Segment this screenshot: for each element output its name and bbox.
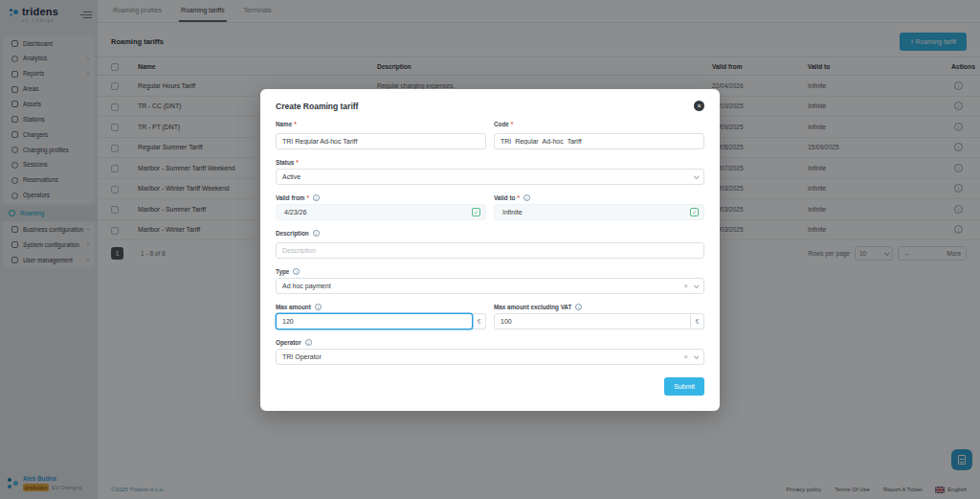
- info-icon[interactable]: i: [293, 268, 300, 275]
- info-icon[interactable]: i: [523, 194, 530, 201]
- create-roaming-tariff-modal: Create Roaming tariff × Name* Code* Stat…: [260, 89, 720, 411]
- modal-title: Create Roaming tariff: [276, 102, 358, 111]
- max-amount-label: Max amount: [276, 304, 311, 310]
- calendar-check-icon[interactable]: ✓: [472, 208, 480, 216]
- info-icon[interactable]: i: [575, 304, 582, 310]
- chevron-down-icon: [694, 173, 700, 179]
- name-label: Name: [276, 121, 292, 127]
- valid-from-label: Valid from: [276, 194, 304, 201]
- code-label: Code: [494, 121, 509, 127]
- valid-to-label: Valid to: [494, 194, 515, 201]
- info-icon[interactable]: i: [313, 194, 320, 201]
- currency-euro-icon: €: [691, 313, 704, 329]
- description-field[interactable]: [276, 242, 704, 259]
- type-select[interactable]: Ad hoc payment ×: [276, 278, 704, 294]
- max-amount-field[interactable]: [276, 313, 473, 329]
- info-icon[interactable]: i: [313, 230, 320, 237]
- name-field[interactable]: [276, 133, 486, 149]
- valid-to-field[interactable]: Infinite ✓: [494, 204, 704, 220]
- code-field[interactable]: [494, 133, 704, 149]
- operator-label: Operator: [276, 339, 301, 346]
- status-label: Status: [276, 159, 294, 166]
- max-amount-excl-vat-field[interactable]: [494, 313, 691, 329]
- submit-button[interactable]: Submit: [664, 377, 704, 396]
- type-label: Type: [276, 268, 289, 275]
- clear-icon[interactable]: ×: [684, 282, 688, 290]
- operator-select[interactable]: TRI Operator ×: [276, 349, 704, 365]
- clear-icon[interactable]: ×: [684, 352, 688, 361]
- calendar-check-icon[interactable]: ✓: [690, 208, 699, 216]
- app-window: tridens ev charge DashboardAnalytics›Rep…: [0, 0, 980, 499]
- info-icon[interactable]: i: [315, 304, 322, 310]
- valid-from-field[interactable]: 4/23/26 ✓: [276, 204, 486, 220]
- status-select[interactable]: Active: [276, 169, 704, 185]
- chevron-down-icon: [694, 353, 700, 359]
- max-amount-excl-vat-label: Max amount excluding VAT: [494, 304, 571, 310]
- close-icon[interactable]: ×: [694, 101, 704, 111]
- description-label: Description: [276, 230, 309, 237]
- info-icon[interactable]: i: [305, 339, 312, 346]
- chevron-down-icon: [694, 283, 700, 288]
- currency-euro-icon: €: [473, 313, 486, 329]
